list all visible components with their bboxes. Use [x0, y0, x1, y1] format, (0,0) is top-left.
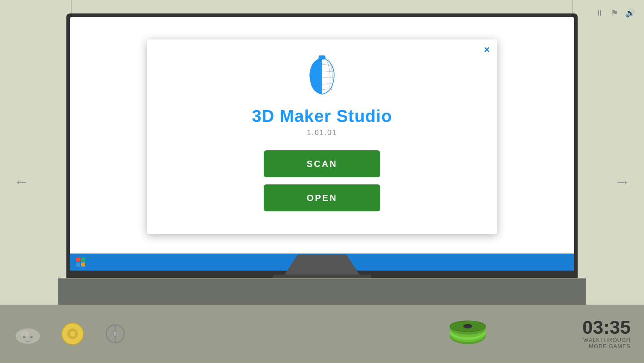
- svg-point-12: [70, 331, 75, 337]
- pause-icon[interactable]: ⏸: [596, 9, 604, 18]
- app-version: 1.01.01: [307, 129, 337, 137]
- room-background: ×: [0, 0, 644, 363]
- wall-right: [572, 0, 644, 305]
- timer-text: 03:35: [583, 318, 631, 337]
- connector-item[interactable]: -0: [103, 322, 128, 346]
- nav-arrow-left[interactable]: ←: [13, 172, 30, 191]
- svg-point-8: [23, 336, 26, 338]
- timer-display: 03:35 WALKTHROUGH MORE GAMES: [583, 318, 631, 350]
- svg-text:-0: -0: [110, 329, 117, 338]
- flag-icon[interactable]: ⚑: [611, 8, 618, 18]
- tape-item[interactable]: [61, 322, 85, 346]
- rock-item[interactable]: [13, 323, 43, 345]
- wall-left: [0, 0, 72, 305]
- monitor: ×: [66, 13, 578, 289]
- start-button[interactable]: [74, 255, 88, 269]
- svg-rect-5: [319, 56, 325, 59]
- monitor-screen: ×: [70, 17, 574, 271]
- open-button[interactable]: OPEN: [264, 184, 380, 211]
- top-controls: ⏸ ⚑ 🔊: [596, 8, 635, 18]
- svg-point-23: [463, 324, 472, 328]
- close-button[interactable]: ×: [484, 45, 490, 55]
- bottom-bar: -0: [0, 305, 644, 363]
- filament-spool[interactable]: [449, 318, 487, 350]
- more-games-label[interactable]: MORE GAMES: [583, 343, 631, 350]
- desk: [58, 278, 586, 305]
- walkthrough-label[interactable]: WALKTHROUGH: [583, 337, 631, 343]
- app-dialog: ×: [147, 39, 497, 234]
- scan-button[interactable]: SCAN: [264, 150, 380, 177]
- app-title: 3D Maker Studio: [252, 107, 392, 126]
- svg-point-9: [30, 336, 33, 338]
- windows-logo: [76, 258, 85, 267]
- app-icon: [302, 53, 342, 98]
- sound-icon[interactable]: 🔊: [625, 8, 635, 18]
- nav-arrow-right[interactable]: →: [614, 172, 631, 191]
